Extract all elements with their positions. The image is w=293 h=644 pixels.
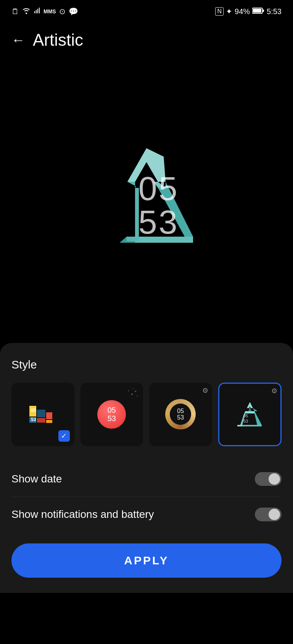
svg-text:05: 05	[243, 413, 248, 418]
svg-rect-30	[37, 418, 45, 423]
thumb-triangle-svg: 05 53	[233, 399, 267, 429]
gear-icon-thumb4: ⚙	[271, 387, 277, 395]
nfc-icon: N	[215, 7, 224, 16]
sim-icon: 🗒	[11, 7, 19, 16]
show-notifications-toggle[interactable]	[255, 508, 282, 521]
radio-icon: ⊙	[59, 7, 66, 16]
svg-point-38	[128, 390, 129, 391]
svg-point-39	[132, 388, 134, 389]
header: ← Artistic	[0, 23, 293, 57]
show-notifications-row: Show notifications and battery	[11, 497, 282, 532]
battery-percent: 94%	[235, 7, 250, 16]
message-icon: 💬	[69, 7, 78, 16]
svg-text:53: 53	[31, 417, 36, 422]
thumb-3-inner-circle: 0553	[170, 404, 191, 425]
signal-icon	[34, 7, 40, 16]
style-thumbnails-row: 05 53 ✓ 0553	[11, 383, 282, 446]
preview-minute: 53	[138, 205, 179, 239]
preview-hour: 05	[138, 172, 179, 205]
svg-rect-2	[253, 9, 261, 13]
thumb-3-time: 0553	[177, 408, 184, 421]
svg-point-36	[135, 391, 136, 392]
battery-icon	[252, 7, 264, 16]
wifi-icon	[22, 7, 31, 16]
svg-text:05: 05	[31, 408, 36, 413]
colorblocks-svg: 05 53	[26, 399, 60, 429]
svg-rect-29	[37, 410, 45, 417]
status-icons-right: N ✦ 94% 5:53	[215, 7, 282, 16]
style-thumb-2[interactable]: 0553	[80, 383, 143, 446]
triangle-clock-display: 05 53	[82, 139, 211, 261]
style-thumb-4[interactable]: 05 53 ⚙	[218, 383, 282, 446]
svg-rect-1	[262, 10, 264, 12]
dots-decoration	[81, 383, 143, 445]
show-date-row: Show date	[11, 461, 282, 497]
show-notifications-label: Show notifications and battery	[11, 508, 154, 521]
status-icons-left: 🗒 MMS ⊙ 💬	[11, 7, 78, 16]
style-thumb-1[interactable]: 05 53 ✓	[11, 383, 74, 446]
clock-status: 5:53	[267, 7, 282, 16]
back-button[interactable]: ←	[11, 32, 25, 48]
svg-rect-31	[46, 412, 52, 419]
svg-rect-32	[46, 420, 52, 423]
clock-preview: 05 53	[0, 57, 293, 343]
svg-marker-43	[242, 425, 262, 426]
show-date-toggle[interactable]	[255, 472, 282, 486]
bottom-panel: Style 05 53 ✓	[0, 343, 293, 593]
selected-checkmark: ✓	[58, 430, 70, 442]
gear-icon-thumb3: ⚙	[202, 386, 208, 395]
page-title: Artistic	[33, 30, 83, 50]
mms-icon: MMS	[43, 8, 56, 14]
svg-point-35	[131, 394, 133, 395]
style-section-label: Style	[11, 358, 282, 371]
bluetooth-icon: ✦	[226, 7, 232, 16]
show-notifications-knob	[269, 509, 280, 520]
gold-ring: 0553	[165, 399, 196, 429]
svg-point-37	[137, 396, 138, 397]
show-date-label: Show date	[11, 473, 62, 485]
svg-text:53: 53	[243, 419, 248, 423]
preview-clock-time: 05 53	[138, 172, 179, 239]
svg-marker-42	[253, 408, 262, 425]
apply-button[interactable]: APPLY	[11, 543, 282, 578]
show-date-knob	[269, 473, 280, 485]
style-thumb-3[interactable]: 0553 ⚙	[149, 383, 212, 446]
thumb-2-inner: 0553	[81, 383, 143, 445]
status-bar: 🗒 MMS ⊙ 💬 N ✦ 94% 5:53	[0, 0, 293, 23]
